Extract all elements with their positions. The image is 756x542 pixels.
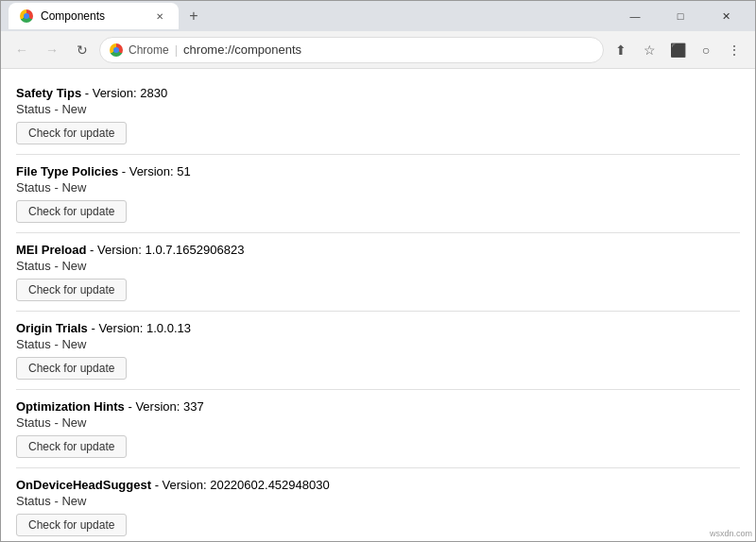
component-item: Safety Tips - Version: 2830Status - NewC…	[16, 76, 740, 155]
component-status: Status - New	[16, 259, 740, 273]
component-status: Status - New	[16, 180, 740, 195]
extension-button[interactable]: ⬛	[664, 37, 691, 63]
component-name: MEI Preload - Version: 1.0.7.1652906823	[16, 243, 740, 257]
component-status: Status - New	[16, 415, 740, 430]
title-bar: Components ✕ + — □ ✕	[1, 1, 755, 31]
new-tab-button[interactable]: +	[182, 5, 205, 27]
component-item: Optimization Hints - Version: 337Status …	[16, 390, 740, 468]
component-status: Status - New	[16, 102, 740, 116]
toolbar-actions: ⬆ ☆ ⬛ ○ ⋮	[608, 37, 747, 63]
maximize-button[interactable]: □	[659, 1, 702, 31]
back-button[interactable]: ←	[9, 37, 35, 63]
toolbar: ← → ↻ Chrome | chrome://components ⬆ ☆ ⬛…	[1, 31, 755, 69]
forward-button[interactable]: →	[39, 37, 65, 63]
browser-window: Components ✕ + — □ ✕ ← →	[0, 0, 756, 542]
component-item: MEI Preload - Version: 1.0.7.1652906823S…	[16, 233, 740, 312]
site-label: Chrome	[129, 43, 169, 57]
component-name: OnDeviceHeadSuggest - Version: 20220602.…	[16, 478, 740, 492]
menu-button[interactable]: ⋮	[721, 37, 747, 63]
component-status: Status - New	[16, 337, 740, 351]
page-content: Safety Tips - Version: 2830Status - NewC…	[1, 69, 755, 541]
component-name: Optimization Hints - Version: 337	[16, 399, 740, 414]
minimize-button[interactable]: —	[613, 1, 657, 31]
component-name: Safety Tips - Version: 2830	[16, 86, 740, 100]
tab-favicon	[20, 9, 33, 23]
close-button[interactable]: ✕	[704, 1, 747, 31]
component-item: Origin Trials - Version: 1.0.0.13Status …	[16, 312, 740, 390]
check-update-button[interactable]: Check for update	[16, 279, 127, 301]
share-button[interactable]: ⬆	[608, 37, 634, 63]
check-update-button[interactable]: Check for update	[16, 514, 127, 536]
url-text: chrome://components	[183, 42, 301, 57]
component-item: File Type Policies - Version: 51Status -…	[16, 155, 740, 233]
tab-label: Components	[41, 9, 105, 23]
active-tab[interactable]: Components ✕	[9, 3, 179, 29]
check-update-button[interactable]: Check for update	[16, 122, 127, 144]
check-update-button[interactable]: Check for update	[16, 435, 127, 458]
component-status: Status - New	[16, 494, 740, 508]
component-item: OnDeviceHeadSuggest - Version: 20220602.…	[16, 468, 740, 541]
component-name: Origin Trials - Version: 1.0.0.13	[16, 321, 740, 335]
check-update-button[interactable]: Check for update	[16, 200, 127, 223]
window-controls: — □ ✕	[613, 1, 747, 31]
component-name: File Type Policies - Version: 51	[16, 164, 740, 178]
tab-strip: Components ✕ +	[9, 3, 205, 29]
bookmark-button[interactable]: ☆	[636, 37, 662, 63]
watermark: wsxdn.com	[710, 529, 752, 538]
site-security-icon	[110, 43, 123, 57]
address-bar[interactable]: Chrome | chrome://components	[99, 37, 604, 63]
tab-close-button[interactable]: ✕	[152, 8, 167, 24]
reload-button[interactable]: ↻	[69, 37, 95, 63]
profile-button[interactable]: ○	[693, 37, 719, 63]
check-update-button[interactable]: Check for update	[16, 357, 127, 380]
